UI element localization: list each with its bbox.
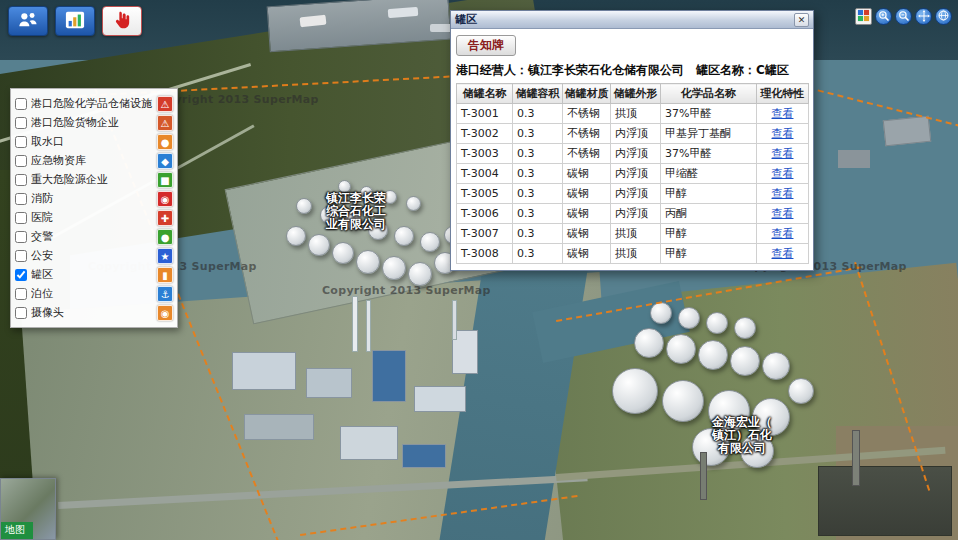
view-link[interactable]: 查看 xyxy=(772,207,794,220)
col-tank-volume: 储罐容积 xyxy=(513,84,563,104)
view-link[interactable]: 查看 xyxy=(772,147,794,160)
view-link[interactable]: 查看 xyxy=(772,247,794,260)
hazard-warning-icon: ⚠ xyxy=(157,96,173,112)
layer-item-tank-area[interactable]: 罐区 ▮ xyxy=(15,265,173,284)
touch-button[interactable] xyxy=(102,6,142,36)
minimap-label: 地图 xyxy=(1,522,33,539)
layer-checkbox[interactable] xyxy=(15,155,27,167)
layer-item-danger-goods[interactable]: 港口危险货物企业 ⚠ xyxy=(15,113,173,132)
chemical-name: 甲醇 xyxy=(661,244,757,264)
operator-value: 镇江李长荣石化仓储有限公司 xyxy=(528,63,684,77)
table-row: T-3006 0.3 碳钢 内浮顶 丙酮 查看 xyxy=(457,204,809,224)
tank-shape: 拱顶 xyxy=(611,104,661,124)
layer-checkbox[interactable] xyxy=(15,98,27,110)
tank-name: T-3002 xyxy=(457,124,513,144)
table-row: T-3008 0.3 碳钢 拱顶 甲醇 查看 xyxy=(457,244,809,264)
layer-checkbox[interactable] xyxy=(15,174,27,186)
layout-panes-button[interactable] xyxy=(855,8,872,25)
layer-item-emergency-depot[interactable]: 应急物资库 ◆ xyxy=(15,151,173,170)
tank-material: 碳钢 xyxy=(563,164,611,184)
tank-area-info: 港口经营人：镇江李长荣石化仓储有限公司罐区名称：C罐区 xyxy=(456,62,808,79)
layer-label: 泊位 xyxy=(31,286,153,301)
layer-item-public-security[interactable]: 公安 ★ xyxy=(15,246,173,265)
layer-checkbox[interactable] xyxy=(15,269,27,281)
tank-name: T-3003 xyxy=(457,144,513,164)
tank-volume: 0.3 xyxy=(513,104,563,124)
tank-name: T-3006 xyxy=(457,204,513,224)
people-icon xyxy=(17,10,39,33)
traffic-police-icon: ● xyxy=(157,229,173,245)
chemical-name: 37%甲醛 xyxy=(661,104,757,124)
tank-shape: 拱顶 xyxy=(611,224,661,244)
fire-station-icon: ◉ xyxy=(157,191,173,207)
anchor-icon: ⚓ xyxy=(157,286,173,302)
layer-item-berth[interactable]: 泊位 ⚓ xyxy=(15,284,173,303)
zoom-out-icon xyxy=(898,7,910,26)
view-link[interactable]: 查看 xyxy=(772,127,794,140)
table-row: T-3003 0.3 不锈钢 内浮顶 37%甲醛 查看 xyxy=(457,144,809,164)
tank-material: 不锈钢 xyxy=(563,104,611,124)
chemical-name: 丙酮 xyxy=(661,204,757,224)
population-button[interactable] xyxy=(8,6,48,36)
notice-board-button[interactable]: 告知牌 xyxy=(456,35,516,56)
layer-item-camera[interactable]: 摄像头 ◉ xyxy=(15,303,173,322)
view-link[interactable]: 查看 xyxy=(772,187,794,200)
layer-item-major-hazard[interactable]: 重大危险源企业 ■ xyxy=(15,170,173,189)
tank-material: 碳钢 xyxy=(563,184,611,204)
layer-checkbox[interactable] xyxy=(15,231,27,243)
view-link[interactable]: 查看 xyxy=(772,107,794,120)
map-nav-controls xyxy=(855,8,952,25)
dialog-titlebar[interactable]: 罐区 ✕ xyxy=(451,11,813,29)
layer-label: 应急物资库 xyxy=(31,153,153,168)
company-label-right: 金海宏业（ 镇江）石化 有限公司 xyxy=(700,416,784,455)
chemical-name: 甲基异丁基酮 xyxy=(661,124,757,144)
statistics-button[interactable] xyxy=(55,6,95,36)
tank-volume: 0.3 xyxy=(513,124,563,144)
map-viewport[interactable]: Copyright 2013 SuperMap Copyright 2013 S… xyxy=(0,0,958,540)
pan-button[interactable] xyxy=(915,8,932,25)
dialog-title: 罐区 xyxy=(455,12,794,27)
tank-name: T-3007 xyxy=(457,224,513,244)
tank-shape: 内浮顶 xyxy=(611,184,661,204)
layer-label: 重大危险源企业 xyxy=(31,172,153,187)
area-value: C罐区 xyxy=(756,63,789,77)
tank-shape: 拱顶 xyxy=(611,244,661,264)
layer-checkbox[interactable] xyxy=(15,117,27,129)
tank-name: T-3008 xyxy=(457,244,513,264)
tank-shape: 内浮顶 xyxy=(611,204,661,224)
tank-volume: 0.3 xyxy=(513,184,563,204)
tank-material: 不锈钢 xyxy=(563,144,611,164)
layer-checkbox[interactable] xyxy=(15,212,27,224)
pan-icon xyxy=(918,7,930,26)
layer-checkbox[interactable] xyxy=(15,307,27,319)
tank-volume: 0.3 xyxy=(513,224,563,244)
factory-dark xyxy=(818,466,952,536)
layer-checkbox[interactable] xyxy=(15,250,27,262)
overview-minimap[interactable]: 地图 xyxy=(0,478,56,540)
tank-material: 碳钢 xyxy=(563,204,611,224)
tank-name: T-3005 xyxy=(457,184,513,204)
layer-item-hazchem-storage[interactable]: 港口危险化学品仓储设施 ⚠ xyxy=(15,94,173,113)
tank-volume: 0.3 xyxy=(513,164,563,184)
depot-icon: ◆ xyxy=(157,153,173,169)
view-link[interactable]: 查看 xyxy=(772,167,794,180)
full-extent-button[interactable] xyxy=(935,8,952,25)
view-link[interactable]: 查看 xyxy=(772,227,794,240)
close-icon[interactable]: ✕ xyxy=(794,13,809,27)
layer-checkbox[interactable] xyxy=(15,288,27,300)
layer-item-fire[interactable]: 消防 ◉ xyxy=(15,189,173,208)
layer-checkbox[interactable] xyxy=(15,136,27,148)
tank-icon: ▮ xyxy=(157,267,173,283)
layer-item-water-intake[interactable]: 取水口 ● xyxy=(15,132,173,151)
zoom-in-button[interactable] xyxy=(875,8,892,25)
enterprise-icon: ■ xyxy=(157,172,173,188)
layer-checkbox[interactable] xyxy=(15,193,27,205)
bar-chart-icon xyxy=(64,10,86,33)
layer-item-traffic-police[interactable]: 交警 ● xyxy=(15,227,173,246)
zoom-out-button[interactable] xyxy=(895,8,912,25)
col-tank-shape: 储罐外形 xyxy=(611,84,661,104)
layer-label: 港口危险化学品仓储设施 xyxy=(31,96,153,111)
tank-volume: 0.3 xyxy=(513,244,563,264)
layer-item-hospital[interactable]: 医院 ✚ xyxy=(15,208,173,227)
layer-panel: 港口危险化学品仓储设施 ⚠ 港口危险货物企业 ⚠ 取水口 ● 应急物资库 ◆ 重… xyxy=(10,88,178,328)
